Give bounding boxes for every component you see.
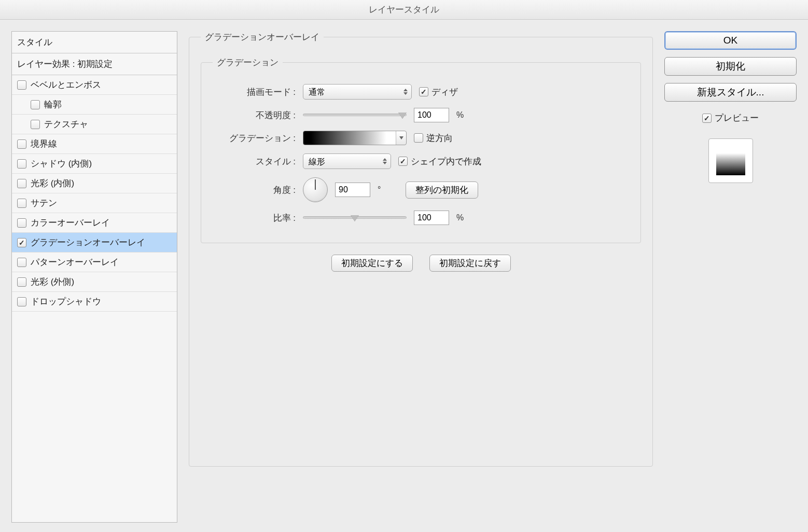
style-item-6[interactable]: サテン (12, 193, 177, 213)
angle-dial[interactable] (303, 177, 328, 202)
style-item-checkbox-icon[interactable] (17, 277, 26, 287)
style-item-label: 光彩 (内側) (31, 177, 74, 189)
style-item-2[interactable]: テクスチャ (12, 115, 177, 134)
preview-box (708, 138, 753, 183)
style-item-label: シャドウ (内側) (31, 158, 92, 170)
style-item-checkbox-icon[interactable] (17, 139, 26, 149)
style-item-1[interactable]: 輪郭 (12, 95, 177, 115)
window-title: レイヤースタイル (0, 0, 808, 20)
style-item-checkbox-icon[interactable] (31, 100, 40, 109)
style-item-11[interactable]: ドロップシャドウ (12, 292, 177, 312)
style-label: スタイル : (213, 156, 296, 167)
preview-checkbox[interactable]: プレビュー (702, 112, 759, 124)
angle-input[interactable] (335, 183, 370, 197)
align-check-icon (398, 157, 408, 166)
opacity-unit: % (456, 110, 464, 120)
preview-check-icon (702, 114, 712, 123)
new-style-button[interactable]: 新規スタイル... (664, 83, 797, 102)
gradient-label: グラデーション : (213, 132, 296, 144)
style-item-label: 光彩 (外側) (31, 276, 74, 288)
gradient-swatch-icon (303, 131, 396, 145)
scale-label: 比率 : (213, 212, 296, 224)
style-item-checkbox-icon[interactable] (17, 238, 26, 247)
blend-mode-select[interactable]: 通常 (303, 84, 412, 100)
reset-to-default-button[interactable]: 初期設定に戻す (429, 255, 511, 272)
style-item-checkbox-icon[interactable] (17, 218, 26, 228)
style-item-9[interactable]: パターンオーバーレイ (12, 253, 177, 272)
blend-mode-label: 描画モード : (213, 86, 296, 98)
opacity-input[interactable] (414, 108, 449, 122)
ok-button[interactable]: OK (664, 31, 797, 50)
gradient-overlay-legend: グラデーションオーバーレイ (201, 31, 324, 43)
style-item-checkbox-icon[interactable] (17, 159, 26, 169)
style-item-label: サテン (31, 197, 57, 209)
style-item-7[interactable]: カラーオーバーレイ (12, 213, 177, 233)
reverse-checkbox[interactable]: 逆方向 (414, 132, 453, 144)
gradient-dropdown-icon[interactable] (396, 131, 406, 145)
gradient-legend: グラデーション (213, 57, 283, 68)
make-default-button[interactable]: 初期設定にする (331, 255, 413, 272)
blending-options-row[interactable]: レイヤー効果 : 初期設定 (12, 53, 177, 75)
style-item-checkbox-icon[interactable] (17, 258, 26, 267)
gradient-picker[interactable] (303, 131, 407, 145)
style-item-10[interactable]: 光彩 (外側) (12, 272, 177, 292)
style-item-label: 輪郭 (44, 99, 62, 110)
opacity-label: 不透明度 : (213, 109, 296, 121)
style-item-label: カラーオーバーレイ (31, 217, 110, 229)
style-select[interactable]: 線形 (303, 153, 391, 169)
style-item-3[interactable]: 境界線 (12, 134, 177, 154)
style-item-label: ドロップシャドウ (31, 296, 101, 307)
right-panel: OK 初期化 新規スタイル... プレビュー (664, 31, 797, 523)
style-item-5[interactable]: 光彩 (内側) (12, 174, 177, 193)
angle-unit: ° (378, 185, 381, 194)
styles-header[interactable]: スタイル (12, 32, 177, 53)
style-item-checkbox-icon[interactable] (17, 179, 26, 188)
angle-label: 角度 : (213, 184, 296, 196)
scale-slider[interactable] (303, 214, 407, 222)
style-item-label: 境界線 (31, 138, 57, 150)
scale-unit: % (456, 213, 464, 222)
style-item-8[interactable]: グラデーションオーバーレイ (12, 233, 177, 253)
preview-swatch-icon (716, 146, 745, 175)
align-with-layer-checkbox[interactable]: シェイプ内で作成 (398, 156, 481, 167)
reset-alignment-button[interactable]: 整列の初期化 (406, 181, 478, 199)
style-item-checkbox-icon[interactable] (17, 297, 26, 306)
reverse-check-icon (414, 133, 423, 143)
style-item-label: ベベルとエンボス (31, 79, 101, 91)
settings-panel: グラデーションオーバーレイ グラデーション 描画モード : 通常 ディザ (189, 31, 653, 523)
styles-panel: スタイル レイヤー効果 : 初期設定 ベベルとエンボス輪郭テクスチャ境界線シャド… (11, 31, 177, 523)
cancel-button[interactable]: 初期化 (664, 57, 797, 76)
dither-check-icon (419, 87, 428, 96)
style-item-label: テクスチャ (44, 118, 88, 130)
style-item-4[interactable]: シャドウ (内側) (12, 154, 177, 174)
dither-checkbox[interactable]: ディザ (419, 86, 458, 98)
style-item-label: グラデーションオーバーレイ (31, 236, 145, 248)
style-item-checkbox-icon[interactable] (17, 80, 26, 90)
style-item-label: パターンオーバーレイ (31, 256, 119, 268)
scale-input[interactable] (414, 211, 449, 225)
opacity-slider[interactable] (303, 111, 407, 119)
style-item-0[interactable]: ベベルとエンボス (12, 75, 177, 95)
style-item-checkbox-icon[interactable] (31, 120, 40, 129)
style-item-checkbox-icon[interactable] (17, 199, 26, 208)
